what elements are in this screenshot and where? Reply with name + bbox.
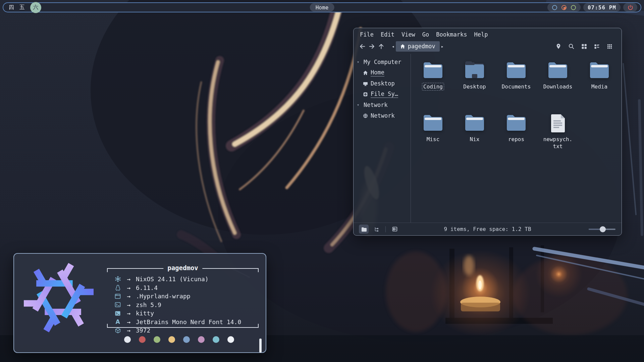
- file-item-repos[interactable]: repos: [495, 112, 537, 165]
- icon-view-icon: [581, 43, 587, 50]
- nixos-logo: [20, 259, 97, 336]
- icon-view-button[interactable]: [579, 42, 589, 51]
- workspace-4[interactable]: 四: [9, 4, 14, 11]
- location-pin-icon: [555, 43, 561, 49]
- orange-ring-indicator-icon[interactable]: [561, 5, 567, 10]
- packages-icon: [114, 327, 122, 334]
- file-name: Coding: [422, 83, 444, 90]
- sidebar-group-label: Network: [364, 102, 388, 108]
- compact-view-button[interactable]: [592, 42, 601, 51]
- file-item-newpsych-txt[interactable]: newpsych.txt: [537, 112, 579, 165]
- file-view: Coding Desktop Documents: [411, 54, 622, 223]
- green-ring-indicator-icon[interactable]: [571, 5, 576, 10]
- fetch-line-wm: → .Hyprland-wrapp: [114, 292, 241, 301]
- breadcrumb-prev-icon[interactable]: ◂: [390, 44, 396, 49]
- tree-pane-toggle[interactable]: [372, 225, 381, 234]
- folder-icon: [589, 61, 610, 81]
- menu-bookmarks[interactable]: Bookmarks: [436, 31, 467, 38]
- file-name: repos: [507, 135, 526, 143]
- workspace-5[interactable]: 五: [19, 4, 25, 11]
- sidebar-item-home[interactable]: Home: [357, 67, 411, 78]
- file-item-downloads[interactable]: Downloads: [537, 59, 579, 112]
- slider-track-filled: [589, 229, 600, 230]
- breadcrumb-next-icon[interactable]: ▸: [440, 44, 445, 49]
- folder-icon: [547, 61, 568, 81]
- breadcrumb-home-tab[interactable]: pagedmov: [396, 41, 440, 52]
- location-button[interactable]: [554, 42, 563, 51]
- file-item-nix[interactable]: Nix: [454, 112, 495, 165]
- sidebar-group-my-computer[interactable]: ▾ My Computer: [357, 57, 411, 67]
- file-item-documents[interactable]: Documents: [495, 59, 537, 112]
- font-value: JetBrains Mono Nerd Font 14.0: [136, 318, 241, 325]
- desktop: 四 五 六 Home 07:56 PM: [0, 0, 644, 362]
- window-manager-icon: [114, 293, 122, 299]
- globe-icon: [363, 113, 368, 118]
- folder-icon: [506, 114, 527, 133]
- up-button[interactable]: [376, 42, 386, 51]
- sidebar-item-label: Home: [371, 69, 384, 76]
- text-file-icon: [549, 114, 566, 133]
- file-grid: Coding Desktop Documents: [412, 59, 622, 165]
- icon-zoom-slider[interactable]: [589, 226, 615, 232]
- menu-edit[interactable]: Edit: [381, 31, 394, 38]
- arrow-icon: →: [122, 310, 136, 317]
- fm-body: ▾ My Computer Home Desktop: [354, 54, 622, 223]
- directory-tree-icon: [374, 227, 379, 232]
- menu-help[interactable]: Help: [474, 31, 488, 38]
- power-button[interactable]: [623, 3, 637, 12]
- forward-button[interactable]: [367, 42, 376, 51]
- fetch-line-font: A → JetBrains Mono Nerd Font 14.0: [114, 318, 241, 326]
- file-name: Misc: [425, 135, 441, 143]
- terminal-scrollbar[interactable]: [259, 339, 262, 353]
- terminal-color-palette: [124, 336, 234, 343]
- menu-view[interactable]: View: [401, 31, 415, 38]
- bar-right-modules: 07:56 PM: [547, 3, 637, 12]
- sidebar-item-network[interactable]: Network: [357, 110, 411, 121]
- palette-dot-yellow: [168, 336, 175, 343]
- wm-value: .Hyprland-wrapp: [136, 293, 191, 300]
- up-arrow-icon: [378, 43, 385, 50]
- home-icon: [400, 44, 405, 49]
- menubar: File Edit View Go Bookmarks Help: [354, 28, 622, 39]
- thumbnail-view-button[interactable]: [605, 42, 614, 51]
- file-item-misc[interactable]: Misc: [412, 112, 454, 165]
- thumbnail-view-icon: [607, 44, 612, 49]
- menu-go[interactable]: Go: [422, 31, 429, 38]
- sidebar-group-network[interactable]: ▾ Network: [357, 100, 411, 110]
- arrow-icon: →: [122, 301, 136, 308]
- file-item-media[interactable]: Media: [579, 59, 620, 112]
- filesystem-icon: [363, 92, 368, 97]
- file-name: Nix: [469, 135, 481, 143]
- terminal-value: kitty: [136, 310, 154, 317]
- fetch-hostname-title: pagedmov: [163, 264, 202, 272]
- kernel-value: 6.11.4: [136, 284, 158, 291]
- items-summary: 9 items, Free space: 1.2 TB: [444, 226, 531, 232]
- toolbar: ◂ pagedmov ▸: [354, 39, 622, 54]
- slider-handle[interactable]: [600, 226, 606, 232]
- palette-dot-bright-white: [227, 336, 234, 343]
- file-item-desktop[interactable]: Desktop: [454, 59, 495, 112]
- folder-icon: [464, 114, 485, 133]
- folder-icon: [423, 61, 443, 81]
- palette-dot-magenta: [198, 336, 205, 343]
- workspace-6-label: 六: [33, 4, 39, 11]
- blue-ring-indicator-icon[interactable]: [552, 5, 557, 10]
- collapse-arrow-icon: ▾: [357, 60, 360, 64]
- file-name: Documents: [500, 83, 532, 90]
- workspace-switcher: 四 五 六: [3, 2, 41, 13]
- workspace-6-active[interactable]: 六: [30, 2, 41, 13]
- terminal-icon: [114, 310, 122, 316]
- sidebar-item-file-system[interactable]: File Sy…: [357, 89, 411, 100]
- places-pane-toggle[interactable]: [359, 225, 369, 234]
- file-name: Downloads: [542, 83, 574, 90]
- search-button[interactable]: [567, 42, 576, 51]
- file-item-coding[interactable]: Coding: [412, 59, 454, 112]
- menu-file[interactable]: File: [360, 31, 374, 38]
- sidebar-item-desktop[interactable]: Desktop: [357, 78, 411, 89]
- active-window-title: Home: [310, 3, 334, 12]
- home-icon: [363, 70, 368, 75]
- font-icon: A: [114, 318, 122, 325]
- back-button[interactable]: [358, 42, 367, 51]
- side-pane-hide-button[interactable]: [390, 225, 399, 234]
- folder-pane-icon: [361, 227, 367, 232]
